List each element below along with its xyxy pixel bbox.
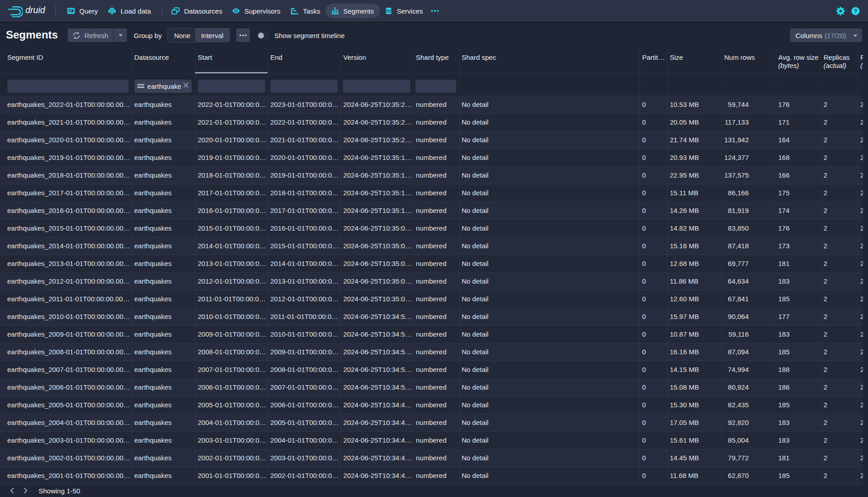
svg-text:?: ? (854, 8, 858, 14)
